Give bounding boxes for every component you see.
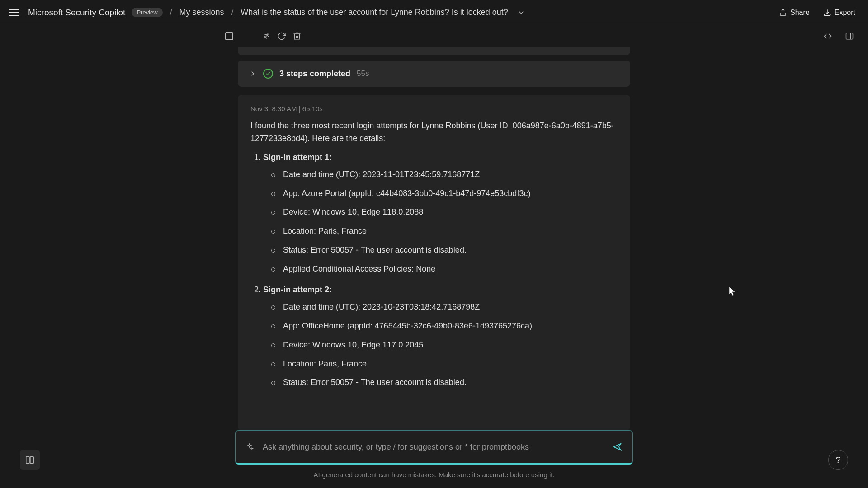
response-card: Nov 3, 8:30 AM | 65.10s I found the thre… [238,95,630,430]
attempt-detail: Location: Paris, France [281,358,618,371]
attempt-detail: Status: Error 50057 - The user account i… [281,376,618,389]
attempt-detail: Device: Windows 10, Edge 117.0.2045 [281,339,618,352]
sparkle-icon [245,443,254,451]
export-label: Export [835,9,855,17]
help-label: ? [835,455,840,465]
steps-duration: 55s [357,69,369,78]
preview-badge: Preview [132,8,162,17]
attempt-detail: App: OfficeHome (appId: 4765445b-32c6-49… [281,320,618,333]
steps-completed-card[interactable]: 3 steps completed 55s [238,61,630,87]
top-bar: Microsoft Security Copilot Preview / My … [0,0,868,25]
brand-title: Microsoft Security Copilot [28,8,125,18]
steps-label: 3 steps completed [279,69,350,79]
svg-marker-8 [614,444,621,450]
export-button[interactable]: Export [820,7,859,19]
attempt-title: Sign-in attempt 2: [263,285,332,294]
resize-icon[interactable] [820,28,835,44]
chevron-down-icon[interactable] [517,9,525,17]
attempt-title: Sign-in attempt 1: [263,153,332,162]
share-button[interactable]: Share [775,7,813,19]
breadcrumb-sep: / [170,8,172,17]
prompt-box[interactable] [235,430,633,465]
svg-rect-10 [30,457,33,464]
promptbooks-icon[interactable] [20,450,40,470]
attempt-detail: Date and time (UTC): 2023-10-23T03:18:42… [281,301,618,314]
response-intro: I found the three most recent login atte… [250,120,618,145]
pin-icon[interactable] [259,28,274,44]
attempt-detail: Date and time (UTC): 2023-11-01T23:45:59… [281,169,618,181]
attempts-list: Sign-in attempt 1: Date and time (UTC): … [250,151,618,389]
previous-card-bottom [238,47,630,55]
panel-toggle-icon[interactable] [842,28,857,44]
svg-rect-3 [846,33,853,39]
send-icon[interactable] [613,442,623,452]
select-checkbox[interactable] [225,32,233,40]
svg-rect-9 [26,457,29,464]
help-icon[interactable]: ? [828,450,848,470]
attempt-detail: Location: Paris, France [281,225,618,238]
breadcrumb-sep: / [231,8,233,17]
prompt-input[interactable] [262,442,604,452]
disclaimer-text: AI-generated content can have mistakes. … [313,471,554,479]
response-meta: Nov 3, 8:30 AM | 65.10s [250,105,618,113]
breadcrumb-title: What is the status of the user account f… [241,8,508,17]
chevron-right-icon[interactable] [249,70,257,78]
menu-icon[interactable] [9,6,22,19]
attempt-item: Sign-in attempt 1: Date and time (UTC): … [263,151,618,276]
fade-overlay [238,408,630,430]
refresh-icon[interactable] [274,28,289,44]
bottom-zone: AI-generated content can have mistakes. … [0,430,868,488]
breadcrumb-sessions[interactable]: My sessions [179,8,224,17]
share-label: Share [790,9,810,17]
delete-icon[interactable] [289,28,305,44]
attempt-detail: App: Azure Portal (appId: c44b4083-3bb0-… [281,188,618,200]
attempt-detail: Status: Error 50057 - The user account i… [281,244,618,257]
check-circle-icon [263,69,273,79]
attempt-detail: Device: Windows 10, Edge 118.0.2088 [281,206,618,219]
action-bar [0,25,868,47]
attempt-detail: Applied Conditional Access Policies: Non… [281,263,618,276]
attempt-item: Sign-in attempt 2: Date and time (UTC): … [263,284,618,389]
